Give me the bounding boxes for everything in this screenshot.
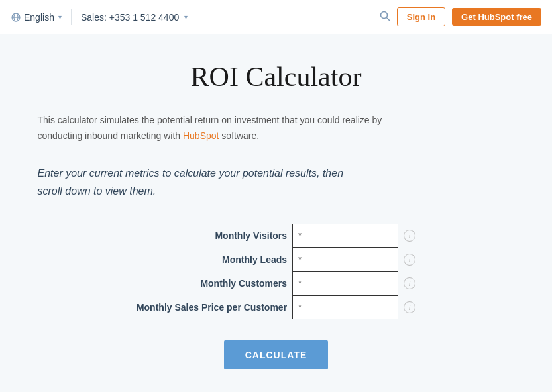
description: This calculator simulates the potential … bbox=[38, 113, 396, 144]
page-title: ROI Calculator bbox=[38, 61, 515, 93]
language-chevron-icon: ▾ bbox=[58, 13, 62, 21]
navbar: English ▾ Sales: +353 1 512 4400 ▾ Sign … bbox=[0, 0, 552, 34]
calculator-form: Monthly VisitorsiMonthly LeadsiMonthly C… bbox=[38, 224, 515, 369]
signin-button[interactable]: Sign In bbox=[397, 7, 445, 26]
svg-line-4 bbox=[386, 17, 390, 21]
input-monthly-sales-price[interactable] bbox=[292, 295, 398, 319]
description-text-2: software. bbox=[219, 130, 259, 141]
nav-right: Sign In Get HubSpot free bbox=[380, 7, 541, 26]
calculate-button[interactable]: CALCULATE bbox=[224, 340, 329, 369]
form-rows: Monthly VisitorsiMonthly LeadsiMonthly C… bbox=[137, 224, 415, 319]
main-content: ROI Calculator This calculator simulates… bbox=[25, 34, 528, 392]
form-row: Monthly Leadsi bbox=[137, 248, 415, 271]
form-row: Monthly Sales Price per Customeri bbox=[137, 295, 415, 319]
sales-label: Sales: +353 1 512 4400 bbox=[81, 12, 179, 23]
hubspot-link[interactable]: HubSpot bbox=[183, 130, 219, 141]
input-monthly-customers[interactable] bbox=[292, 271, 398, 295]
field-label-monthly-visitors: Monthly Visitors bbox=[141, 230, 287, 241]
field-label-monthly-sales-price: Monthly Sales Price per Customer bbox=[137, 302, 287, 313]
form-row: Monthly Visitorsi bbox=[137, 224, 415, 248]
get-hubspot-button[interactable]: Get HubSpot free bbox=[452, 8, 541, 26]
instruction-text: Enter your current metrics to calculate … bbox=[38, 164, 356, 200]
nav-language[interactable]: English ▾ bbox=[11, 12, 62, 23]
globe-icon bbox=[11, 12, 21, 23]
info-icon-monthly-leads[interactable]: i bbox=[404, 254, 415, 266]
language-label: English bbox=[24, 12, 54, 23]
field-label-monthly-leads: Monthly Leads bbox=[141, 254, 287, 265]
nav-divider bbox=[71, 9, 72, 25]
input-monthly-leads[interactable] bbox=[292, 248, 398, 271]
info-icon-monthly-visitors[interactable]: i bbox=[404, 230, 415, 242]
search-icon[interactable] bbox=[380, 11, 390, 24]
info-icon-monthly-customers[interactable]: i bbox=[404, 277, 415, 289]
form-row: Monthly Customersi bbox=[137, 271, 415, 295]
sales-chevron-icon: ▾ bbox=[184, 13, 188, 21]
field-label-monthly-customers: Monthly Customers bbox=[141, 278, 287, 289]
input-monthly-visitors[interactable] bbox=[292, 224, 398, 248]
nav-sales: Sales: +353 1 512 4400 ▾ bbox=[81, 12, 188, 23]
info-icon-monthly-sales-price[interactable]: i bbox=[404, 301, 415, 313]
